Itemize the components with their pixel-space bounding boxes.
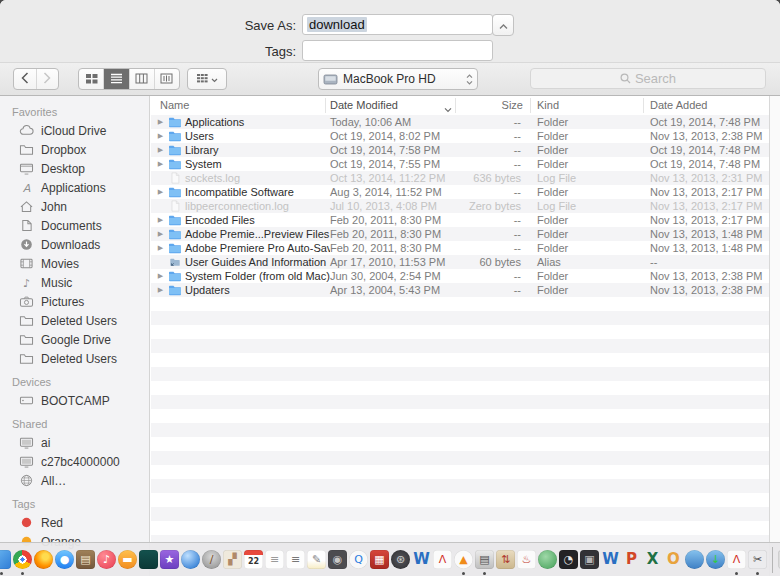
dock-icon-photos-palm[interactable]: [139, 550, 158, 569]
dock-icon-chef[interactable]: ♨: [517, 550, 536, 569]
dock-icon-user-download[interactable]: ↓: [706, 550, 725, 569]
file-row-libpeerconnection-log[interactable]: libpeerconnection.logJul 10, 2013, 4:08 …: [151, 199, 770, 213]
sidebar-item-pictures[interactable]: Pictures: [0, 292, 149, 311]
sidebar-item-google-drive[interactable]: Google Drive: [0, 330, 149, 349]
column-header-date-modified[interactable]: Date Modified: [330, 99, 398, 111]
dock-icon-contacts-blue[interactable]: [685, 550, 704, 569]
forward-button[interactable]: [36, 69, 59, 89]
disclosure-triangle-icon[interactable]: ▶: [156, 185, 165, 199]
dock-icon-timer[interactable]: ◔: [559, 550, 578, 569]
disclosure-triangle-icon[interactable]: ▶: [156, 213, 165, 227]
sidebar-item-applications[interactable]: AApplications: [0, 178, 149, 197]
dock-icon-installer-box[interactable]: ⇅: [496, 550, 515, 569]
column-divider: [325, 98, 326, 113]
sidebar-item-bootcamp[interactable]: BOOTCAMP: [0, 391, 149, 410]
dock-icon-notes-book[interactable]: ▤: [76, 550, 95, 569]
dock-icon-contacts-green[interactable]: [538, 550, 557, 569]
sidebar-item-music[interactable]: ♪Music: [0, 273, 149, 292]
search-input[interactable]: Search: [530, 68, 766, 89]
dock-icon-displays-pref[interactable]: ◉: [328, 550, 347, 569]
file-row-encoded-files[interactable]: ▶Encoded FilesFeb 20, 2011, 8:30 PM--Fol…: [151, 213, 770, 227]
dock-icon-acrobat-2[interactable]: Λ: [727, 550, 746, 569]
dock-icon-steering-wheel[interactable]: ⊛: [391, 550, 410, 569]
dock-icon-printer[interactable]: ▤: [475, 550, 494, 569]
dock-icon-ember-star[interactable]: ★: [160, 550, 179, 569]
dock-icon-collage[interactable]: ▞: [223, 550, 242, 569]
dock-icon-outlook[interactable]: O: [664, 550, 683, 569]
file-row-adobe-premiere-pro-auto-save[interactable]: ▶Adobe Premiere Pro Auto-SaveFeb 20, 201…: [151, 241, 770, 255]
dock-icon-word[interactable]: W: [601, 550, 620, 569]
scrollbar-track[interactable]: [769, 96, 780, 576]
list-view-button[interactable]: [103, 69, 128, 89]
sidebar-item-deleted-users[interactable]: Deleted Users: [0, 311, 149, 330]
file-row-incompatible-software[interactable]: ▶Incompatible SoftwareAug 3, 2014, 11:52…: [151, 185, 770, 199]
disclosure-triangle-icon[interactable]: ▶: [156, 241, 165, 255]
sidebar-item-icloud-drive[interactable]: iCloud Drive: [0, 121, 149, 140]
dock-icon-itunes[interactable]: ♪: [97, 550, 116, 569]
back-button[interactable]: [14, 69, 36, 89]
disclosure-triangle-icon[interactable]: ▶: [156, 115, 165, 129]
column-view-button[interactable]: [129, 69, 154, 89]
dock-icon-textedit[interactable]: ✎: [307, 550, 326, 569]
sidebar-item-john[interactable]: John: [0, 197, 149, 216]
dock-icon-calendar[interactable]: 22: [244, 550, 263, 569]
sidebar-item-downloads[interactable]: Downloads: [0, 235, 149, 254]
sidebar-item-desktop[interactable]: Desktop: [0, 159, 149, 178]
dock-icon-chrome[interactable]: [13, 550, 32, 569]
disclosure-triangle-icon[interactable]: ▶: [156, 143, 165, 157]
dock-icon-garageband[interactable]: /: [202, 550, 221, 569]
disclosure-triangle-icon[interactable]: ▶: [156, 129, 165, 143]
disclosure-triangle-icon[interactable]: ▶: [156, 283, 165, 297]
dock-icon-quicktime[interactable]: Q: [349, 550, 368, 569]
dock-icon-ibooks[interactable]: ▬: [118, 550, 137, 569]
column-header-size[interactable]: Size: [455, 99, 523, 111]
dock-icon-camera-app[interactable]: ▣: [580, 550, 599, 569]
sidebar-item-ai[interactable]: ai: [0, 433, 149, 452]
column-header-kind[interactable]: Kind: [537, 99, 559, 111]
tags-input[interactable]: [302, 40, 493, 61]
column-header-name[interactable]: Name: [160, 99, 189, 111]
dock-icon-messages[interactable]: ●: [55, 550, 74, 569]
file-row-library[interactable]: ▶LibraryOct 19, 2014, 7:58 PM--FolderOct…: [151, 143, 770, 157]
file-name: libpeerconnection.log: [185, 200, 289, 212]
sidebar-item-dropbox[interactable]: Dropbox: [0, 140, 149, 159]
dock-icon-reminders[interactable]: ≡: [286, 550, 305, 569]
finder-save-window: Save As: download Tags:: [0, 0, 780, 576]
dock-icon-globe-app[interactable]: [181, 550, 200, 569]
dock-icon-firefox[interactable]: [34, 550, 53, 569]
dock-icon-cone[interactable]: ▲: [454, 550, 473, 569]
file-row-users[interactable]: ▶UsersOct 19, 2014, 8:02 PM--FolderNov 1…: [151, 129, 770, 143]
sidebar-item-movies[interactable]: Movies: [0, 254, 149, 273]
dock-icon-acrobat[interactable]: Λ: [433, 550, 452, 569]
file-row-system-folder-from-old-mac[interactable]: ▶System Folder (from old Mac)Jun 30, 200…: [151, 269, 770, 283]
disclosure-triangle-icon[interactable]: ▶: [156, 157, 165, 171]
disclosure-triangle-icon[interactable]: ▶: [156, 227, 165, 241]
sidebar-item-all[interactable]: All…: [0, 471, 149, 490]
filename-input[interactable]: download: [302, 14, 493, 35]
sidebar-item-red[interactable]: Red: [0, 513, 149, 532]
dock-icon-word-2011[interactable]: W: [412, 550, 431, 569]
file-row-applications[interactable]: ▶ApplicationsToday, 10:06 AM--FolderOct …: [151, 115, 770, 129]
sidebar-item-c27bc4000000[interactable]: c27bc4000000: [0, 452, 149, 471]
file-row-system[interactable]: ▶SystemOct 19, 2014, 7:55 PM--FolderOct …: [151, 157, 770, 171]
dock-icon-finder[interactable]: [0, 550, 11, 569]
dock-icon-grab-scissors[interactable]: ✂: [748, 550, 767, 569]
itunes-glyph: ♪: [103, 554, 110, 565]
file-row-sockets-log[interactable]: sockets.logOct 13, 2014, 11:22 PM636 byt…: [151, 171, 770, 185]
dock-icon-adobe-grid[interactable]: ▦: [370, 550, 389, 569]
dock-icon-excel[interactable]: X: [643, 550, 662, 569]
volume-select[interactable]: MacBook Pro HD: [318, 68, 478, 90]
column-header-date-added[interactable]: Date Added: [650, 99, 708, 111]
file-row-adobe-premie-preview-files[interactable]: ▶Adobe Premie...Preview FilesFeb 20, 201…: [151, 227, 770, 241]
expand-sheet-button[interactable]: [492, 14, 514, 36]
sidebar-item-documents[interactable]: Documents: [0, 216, 149, 235]
disclosure-triangle-icon[interactable]: ▶: [156, 269, 165, 283]
sidebar-item-deleted-users[interactable]: Deleted Users: [0, 349, 149, 368]
file-row-user-guides-and-information[interactable]: User Guides And InformationApr 17, 2010,…: [151, 255, 770, 269]
dock-icon-document[interactable]: ≡: [265, 550, 284, 569]
coverflow-view-button[interactable]: [154, 69, 179, 89]
icon-view-button[interactable]: [79, 69, 103, 89]
file-row-updaters[interactable]: ▶UpdatersApr 13, 2004, 5:43 PM--FolderNo…: [151, 283, 770, 297]
dock-icon-powerpoint[interactable]: P: [622, 550, 641, 569]
arrange-menu-button[interactable]: [187, 68, 227, 90]
